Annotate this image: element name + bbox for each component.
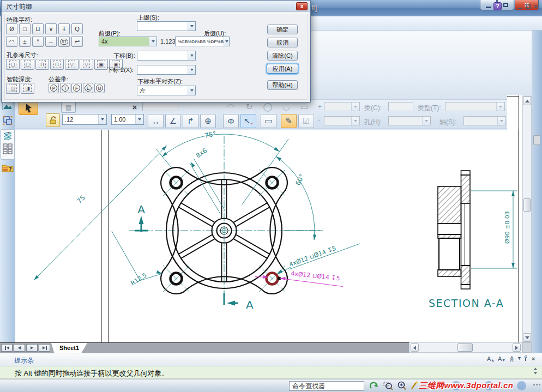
hole-ref-button-7[interactable]: ▣ [94, 59, 108, 70]
hook-arrow-button[interactable]: ↩ [71, 36, 83, 47]
arrow-symbol-button[interactable]: ↔ [45, 36, 57, 47]
hole-ref-button-2[interactable]: ◻ [21, 59, 34, 70]
scroll-right-button[interactable] [513, 343, 521, 352]
mdi-minimize-icon[interactable] [517, 8, 522, 9]
counterbore-symbol-button[interactable]: ⊔ [32, 23, 44, 34]
ok-button[interactable]: 确定 [267, 25, 298, 34]
section-letter-a1: A [137, 203, 145, 216]
degree-symbol-button[interactable]: ° [32, 36, 44, 47]
expand-icon[interactable]: ▼ [517, 355, 522, 361]
drawing-corner-patch [507, 95, 522, 130]
select-tool-button[interactable] [19, 100, 38, 115]
window-title: ft] [311, 4, 317, 12]
tolerance-e-button[interactable]: E [83, 83, 93, 93]
padlock-icon [49, 116, 57, 125]
dim-text-section[interactable]: Ø90 ±0.03 [504, 211, 511, 244]
mdi-close-icon[interactable]: × [534, 3, 538, 10]
redo-icon[interactable] [370, 381, 379, 390]
suffix-dropdown[interactable]: %CB%DI%BS %DP%B [175, 37, 230, 46]
hint-scroll-down-icon[interactable] [534, 372, 537, 375]
hint-scroll-up-icon[interactable] [534, 368, 537, 370]
lock-button[interactable] [46, 113, 60, 127]
help-book-icon[interactable]: ? [493, 2, 502, 10]
drawing-canvas[interactable]: 75° 60° 75 8x6 R12.5 [15, 130, 522, 342]
dim-diameter-button[interactable]: ⊕ [200, 114, 216, 128]
tolerance-f-button[interactable]: F [71, 83, 82, 93]
superfix-dropdown[interactable] [137, 21, 196, 31]
apply-button[interactable]: 应用(A) [267, 64, 298, 74]
dim-linear-button[interactable]: ↔ [148, 114, 164, 128]
hole-ref-button-4[interactable]: ⊓ [50, 59, 64, 70]
hole-ref-button-3[interactable]: ⊓ [35, 59, 49, 70]
dock-handle[interactable] [533, 135, 540, 145]
prefix-dropdown[interactable]: 4x [99, 37, 157, 46]
command-finder-input[interactable]: 命令查找器 [289, 381, 364, 391]
dialog-titlebar[interactable]: 尺寸前缀 [2, 1, 310, 12]
select-overlap-icon[interactable] [3, 116, 13, 125]
help-button[interactable]: 帮助(H) [267, 80, 298, 90]
dim-angle-button[interactable]: ∠ [165, 114, 181, 128]
diameter-symbol-button[interactable]: Ø [6, 23, 17, 34]
tolerance-u-button[interactable]: U [94, 83, 105, 93]
scroll-down-button[interactable] [523, 333, 531, 342]
section-view[interactable] [438, 171, 470, 289]
vscroll-thumb[interactable] [523, 198, 531, 212]
horizontal-scrollbar[interactable] [409, 342, 522, 353]
vertical-scrollbar[interactable] [522, 96, 532, 342]
dialog-close-button[interactable]: x [296, 2, 308, 10]
tolerance-p-button[interactable]: P [49, 83, 59, 93]
font-decrease-button[interactable]: A▼ [498, 355, 505, 362]
square-symbol-button[interactable]: □ [19, 23, 31, 34]
cancel-button[interactable]: 取消 [267, 38, 298, 47]
countersink-symbol-button[interactable]: ∨ [45, 23, 57, 34]
hscroll-thumb[interactable] [457, 343, 473, 352]
prev-sheet-button[interactable] [14, 344, 25, 352]
st-tolerance-button[interactable]: ST [58, 36, 70, 47]
dim-edit-button[interactable]: ↖× [240, 114, 256, 128]
scroll-up-button[interactable] [523, 97, 531, 105]
next-sheet-button[interactable] [26, 344, 38, 352]
hint-close-icon[interactable]: × [532, 355, 535, 362]
subscript2-dropdown[interactable] [137, 65, 196, 75]
origin-symbol-button[interactable]: Q [71, 23, 83, 34]
clear-button[interactable]: 清除(C) [267, 51, 298, 61]
help-folder-icon[interactable]: ? [2, 163, 14, 172]
delete-tool-button[interactable]: × [129, 102, 141, 112]
style-brush-icon[interactable] [410, 381, 418, 390]
minimize-icon [486, 7, 491, 8]
arc-symbol-button[interactable]: ◠ [6, 36, 17, 47]
first-sheet-button[interactable] [1, 344, 13, 352]
scroll-left-button[interactable] [411, 343, 419, 352]
collapse-icon[interactable]: ≫ [508, 356, 515, 363]
last-sheet-button[interactable] [39, 344, 50, 352]
hole-ref-button-5[interactable]: ▽ [65, 59, 79, 70]
layers-icon[interactable] [2, 131, 13, 140]
dimension-scale-dropdown[interactable]: 1.00 [111, 114, 144, 125]
hole-ref-button-1[interactable]: ◻ [6, 59, 20, 70]
dim-leader-button[interactable]: ↱ [183, 114, 198, 128]
plusminus-symbol-button[interactable]: ± [19, 36, 31, 47]
smart-depth-button-2[interactable]: ◨ [21, 83, 34, 94]
dim-check-button[interactable]: ☑ [298, 114, 314, 128]
mdi-restore-icon[interactable] [526, 4, 531, 9]
annotation-grid-icon[interactable] [3, 143, 13, 154]
disabled-tool-button[interactable]: ▦ [61, 101, 76, 113]
subscript-dropdown[interactable] [137, 51, 196, 61]
resize-grip[interactable] [533, 384, 540, 385]
sub-align-dropdown[interactable]: 左 [137, 86, 196, 95]
zoom-area-icon[interactable] [383, 381, 393, 390]
tolerance-t-button[interactable]: T [60, 83, 70, 93]
hole-ref-button-6[interactable]: ▽ [80, 59, 93, 70]
dim-profile-button[interactable]: ▭ [261, 114, 276, 128]
sheet-tab[interactable]: Sheet1 [51, 343, 87, 353]
depth-symbol-button[interactable]: Ŧ [58, 23, 70, 34]
font-increase-button[interactable]: A▲ [487, 355, 495, 362]
zoom-icon[interactable] [397, 381, 407, 390]
image-icon[interactable] [2, 102, 13, 110]
pin-icon[interactable] [525, 355, 526, 358]
dimension-style-dropdown[interactable]: .12 [62, 114, 107, 125]
dim-prefix-button[interactable]: ✎ [281, 114, 297, 128]
smart-depth-button-1[interactable]: ◫ [6, 83, 20, 94]
dim-symmetric-button[interactable]: Φ [223, 114, 239, 128]
sheet-tab-strip: Sheet1 [0, 342, 409, 353]
